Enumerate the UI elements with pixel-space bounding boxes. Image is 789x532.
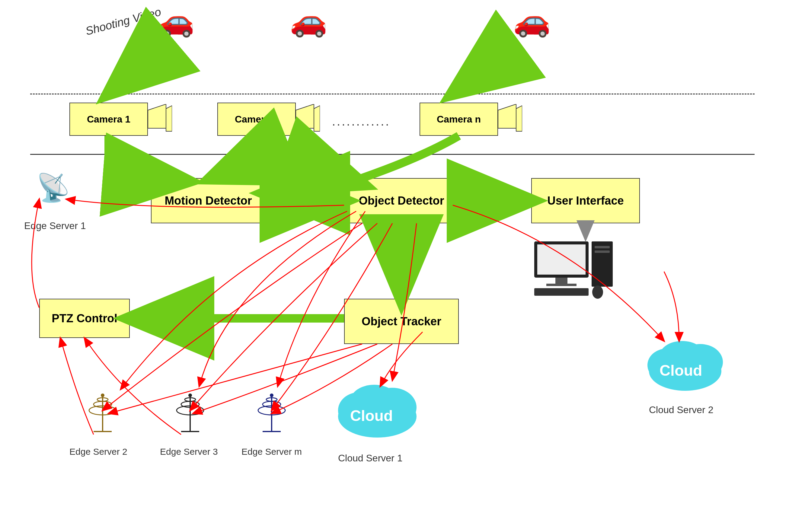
ptz-to-edge1 xyxy=(32,199,39,308)
section-line xyxy=(30,154,755,155)
svg-rect-12 xyxy=(595,250,610,253)
edge-server1-label: Edge Server 1 xyxy=(24,220,86,231)
user-interface-label: User Interface xyxy=(547,194,624,207)
camera1-to-motion xyxy=(109,136,187,181)
svg-point-14 xyxy=(592,285,603,299)
cloud-server2-icon: Cloud xyxy=(643,332,728,392)
svg-marker-3 xyxy=(314,106,320,131)
edge-serverm-label: Edge Server m xyxy=(242,446,302,457)
camera2-box: Camera 2 xyxy=(217,102,296,136)
camera1-icon xyxy=(148,104,172,134)
camera1-box: Camera 1 xyxy=(70,102,148,136)
svg-marker-2 xyxy=(296,104,314,128)
motion-detector-box: Motion Detector xyxy=(151,178,266,223)
extra-red1 xyxy=(121,211,347,389)
ptz-control-box: PTZ Control xyxy=(39,299,130,338)
svg-point-41 xyxy=(270,394,274,397)
camera2-to-motion xyxy=(211,136,257,178)
svg-rect-9 xyxy=(546,284,577,286)
car-2: 🚗 xyxy=(290,3,327,39)
object-tracker-label: Object Tracker xyxy=(362,315,441,328)
tracker-to-edge2 xyxy=(109,344,362,413)
shooting-video-label: Shooting Video xyxy=(84,5,163,38)
camera2-to-object xyxy=(257,139,362,184)
edge-serverm-antenna xyxy=(253,386,290,435)
svg-marker-5 xyxy=(516,106,522,131)
camera2-label: Camera 2 xyxy=(235,114,278,125)
camera-dots: ............ xyxy=(332,115,390,128)
object-tracker-box: Object Tracker xyxy=(344,299,459,344)
shooting-video-arrow xyxy=(109,60,148,94)
camera1-label: Camera 1 xyxy=(87,114,130,125)
cloud-server2-label: Cloud Server 2 xyxy=(649,404,713,416)
ptz-control-label: PTZ Control xyxy=(52,312,117,325)
object-detector-box: Object Detector xyxy=(344,178,459,223)
svg-text:Cloud: Cloud xyxy=(659,362,702,379)
cloud-server1-icon: Cloud xyxy=(332,377,422,438)
svg-rect-8 xyxy=(556,278,567,284)
extra-red2 xyxy=(199,211,356,386)
svg-marker-4 xyxy=(498,104,516,128)
cameraN-label: Camera n xyxy=(437,114,481,125)
edge-server3-antenna xyxy=(172,386,208,435)
cameraN-box: Camera n xyxy=(419,102,498,136)
motion-detector-label: Motion Detector xyxy=(165,194,252,207)
svg-rect-7 xyxy=(537,244,586,274)
svg-point-29 xyxy=(101,394,105,397)
svg-text:Cloud: Cloud xyxy=(350,407,393,424)
svg-marker-0 xyxy=(148,104,166,128)
car-3: 🚗 xyxy=(513,3,551,39)
cameraN-icon xyxy=(498,104,522,134)
svg-point-35 xyxy=(188,394,192,397)
svg-rect-13 xyxy=(534,288,588,296)
object-detector-label: Object Detector xyxy=(359,194,444,207)
camera2-icon xyxy=(296,104,320,134)
ui-to-cloud2 xyxy=(664,271,679,341)
obj-to-edge2 xyxy=(102,223,362,411)
cameraN-shooting-arrow xyxy=(453,60,498,94)
computer-icon xyxy=(531,239,616,299)
edge-server2-antenna xyxy=(84,386,121,435)
edge-server3-label: Edge Server 3 xyxy=(160,446,218,457)
user-interface-box: User Interface xyxy=(531,178,640,223)
road-line xyxy=(30,94,755,94)
car-1: 🚗 xyxy=(157,3,195,39)
edge-server2-label: Edge Server 2 xyxy=(70,446,127,457)
edge-server1-antenna: 📡 xyxy=(36,172,70,204)
svg-marker-1 xyxy=(166,106,172,131)
cloud-server1-label: Cloud Server 1 xyxy=(338,453,402,464)
svg-rect-11 xyxy=(595,246,610,248)
